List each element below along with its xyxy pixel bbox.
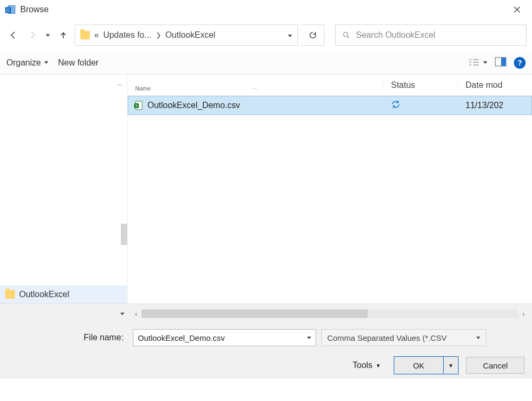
tools-label: Tools	[353, 361, 372, 370]
scroll-left-icon[interactable]: ‹	[131, 310, 142, 318]
help-button[interactable]: ?	[514, 57, 526, 69]
preview-pane-button[interactable]	[495, 57, 506, 69]
column-date[interactable]: Date mod	[458, 80, 532, 90]
address-bar[interactable]: « Updates fo... ❯ OutlookExcel	[74, 24, 298, 46]
column-name[interactable]: Name	[135, 85, 151, 92]
back-button[interactable]	[5, 27, 21, 44]
ok-label: OK	[413, 361, 425, 370]
chevron-down-icon[interactable]	[476, 337, 480, 339]
file-row[interactable]: X OutlookExcel_Demo.csv 11/13/202	[128, 96, 532, 115]
resize-grip[interactable]: ⋰	[525, 369, 530, 377]
organize-label: Organize	[6, 58, 41, 68]
cancel-button[interactable]: Cancel	[466, 357, 525, 374]
file-type-value: Comma Separated Values (*.CSV	[327, 333, 447, 342]
navigation-pane[interactable]: ︿ OutlookExcel	[0, 75, 128, 304]
tools-button[interactable]: Tools ▼	[353, 361, 381, 370]
breadcrumb-part[interactable]: OutlookExcel	[165, 30, 215, 40]
up-button[interactable]	[55, 27, 71, 44]
folder-icon	[80, 31, 90, 39]
sort-indicator-icon: ︿	[253, 84, 258, 92]
file-date: 11/13/202	[458, 101, 531, 110]
cancel-label: Cancel	[483, 361, 508, 370]
title-bar: O Browse	[0, 0, 532, 19]
new-folder-button[interactable]: New folder	[58, 58, 98, 68]
file-name-label: File name:	[7, 333, 128, 342]
file-name: OutlookExcel_Demo.csv	[147, 101, 240, 110]
chevron-down-icon[interactable]	[307, 337, 311, 339]
scrollbar-thumb[interactable]	[121, 224, 127, 245]
forward-button[interactable]	[24, 27, 40, 44]
breadcrumb-part[interactable]: Updates fo...	[103, 30, 152, 40]
svg-text:O: O	[6, 8, 10, 13]
search-input[interactable]: Search OutlookExcel	[335, 24, 527, 46]
ok-button-group: OK ▼	[394, 356, 459, 374]
scrollbar-thumb[interactable]	[142, 309, 368, 318]
chevron-up-icon[interactable]: ︿	[117, 80, 123, 88]
file-type-select[interactable]: Comma Separated Values (*.CSV	[321, 329, 486, 346]
navigation-bar: « Updates fo... ❯ OutlookExcel Search Ou…	[0, 19, 532, 51]
outlook-icon: O	[4, 4, 16, 15]
ok-dropdown[interactable]: ▼	[443, 357, 458, 374]
file-name-input[interactable]: OutlookExcel_Demo.csv	[133, 329, 316, 346]
svg-text:X: X	[135, 104, 138, 108]
window-title: Browse	[20, 5, 48, 14]
refresh-button[interactable]	[301, 24, 325, 46]
toolbar: Organize New folder ?	[0, 51, 532, 75]
organize-button[interactable]: Organize	[6, 58, 48, 68]
excel-file-icon: X	[134, 101, 143, 110]
breadcrumb-prefix: «	[94, 30, 99, 40]
view-options-button[interactable]	[468, 58, 487, 68]
search-icon	[342, 31, 351, 39]
main-content: ︿ OutlookExcel ︿ Name Status Date mod X …	[0, 75, 532, 304]
column-status[interactable]: Status	[383, 80, 458, 90]
dialog-footer: ‹ › File name: OutlookExcel_Demo.csv Com…	[0, 304, 532, 379]
file-list: ︿ Name Status Date mod X OutlookExcel_De…	[128, 75, 532, 304]
navpane-item-label: OutlookExcel	[19, 290, 69, 299]
column-headers: ︿ Name Status Date mod	[128, 75, 532, 96]
new-folder-label: New folder	[58, 58, 98, 68]
svg-point-3	[344, 32, 348, 37]
sync-icon	[391, 100, 401, 111]
history-dropdown[interactable]	[44, 34, 52, 37]
svg-rect-11	[501, 58, 506, 66]
file-name-value: OutlookExcel_Demo.csv	[138, 333, 225, 342]
horizontal-scrollbar[interactable]: ‹ ›	[128, 309, 532, 318]
navpane-selected-item[interactable]: OutlookExcel	[0, 285, 127, 304]
chevron-right-icon[interactable]: ❯	[156, 31, 161, 39]
search-placeholder: Search OutlookExcel	[356, 30, 435, 40]
scroll-right-icon[interactable]: ›	[518, 310, 529, 318]
close-button[interactable]	[506, 2, 528, 18]
address-dropdown[interactable]	[288, 32, 292, 38]
folder-icon	[5, 290, 15, 299]
ok-button[interactable]: OK	[394, 357, 443, 374]
navpane-dropdown[interactable]	[0, 313, 128, 315]
